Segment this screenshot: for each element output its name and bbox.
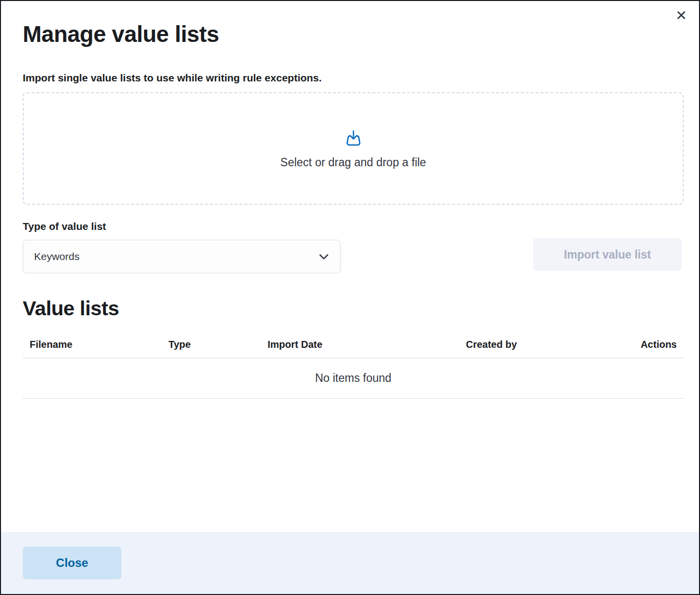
import-file-icon xyxy=(344,128,363,148)
file-dropzone[interactable]: Select or drag and drop a file xyxy=(23,92,684,205)
type-select-label: Type of value list xyxy=(23,221,341,232)
column-header-import-date: Import Date xyxy=(261,331,459,358)
modal-body: Manage value lists Import single value l… xyxy=(1,1,699,399)
column-header-created-by: Created by xyxy=(459,331,624,358)
close-icon[interactable]: ✕ xyxy=(671,6,691,26)
modal-description: Import single value lists to use while w… xyxy=(23,72,682,84)
column-header-filename: Filename xyxy=(23,331,161,358)
value-lists-heading: Value lists xyxy=(23,297,682,320)
empty-state-row: No items found xyxy=(23,358,684,399)
chevron-down-icon xyxy=(317,250,330,263)
dropzone-label: Select or drag and drop a file xyxy=(280,156,426,169)
close-button[interactable]: Close xyxy=(23,547,121,579)
type-select-group: Type of value list Keywords xyxy=(23,221,341,273)
table-header-row: Filename Type Import Date Created by Act… xyxy=(23,331,684,358)
import-controls-row: Type of value list Keywords Import value… xyxy=(23,221,682,273)
column-header-type: Type xyxy=(161,331,261,358)
empty-state-message: No items found xyxy=(23,358,684,399)
column-header-actions: Actions xyxy=(624,331,684,358)
modal-footer: Close xyxy=(1,532,699,594)
manage-value-lists-modal: { "modal": { "title": "Manage value list… xyxy=(0,0,700,595)
value-list-type-select[interactable]: Keywords xyxy=(23,240,341,273)
value-lists-table: Filename Type Import Date Created by Act… xyxy=(23,331,684,399)
modal-title: Manage value lists xyxy=(23,1,682,47)
selected-type-value: Keywords xyxy=(34,251,79,262)
import-value-list-button[interactable]: Import value list xyxy=(533,238,682,271)
